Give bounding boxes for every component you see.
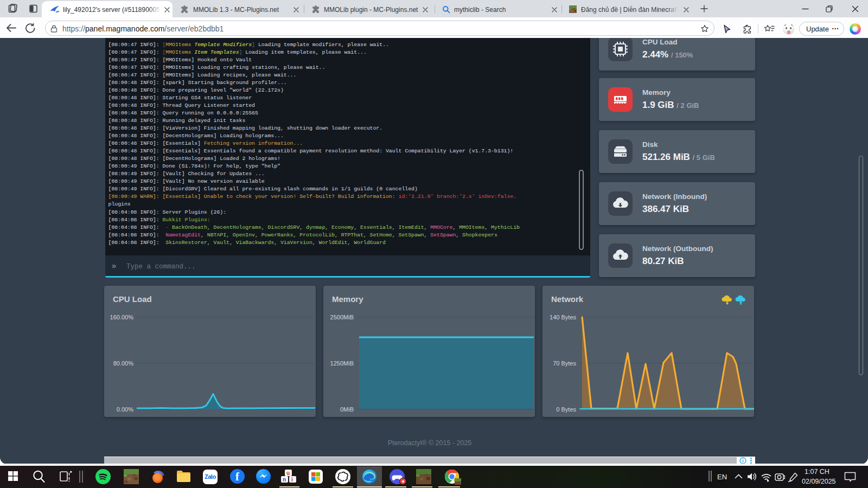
svg-text:i: i <box>291 477 293 483</box>
svg-text:n: n <box>283 477 286 483</box>
svg-text:u: u <box>286 470 290 476</box>
svg-text:0 Bytes: 0 Bytes <box>556 406 576 413</box>
svg-text:2500MiB: 2500MiB <box>330 314 354 320</box>
svg-text:160.00%: 160.00% <box>110 314 134 320</box>
svg-text:0.00%: 0.00% <box>117 406 133 413</box>
svg-text:1250MiB: 1250MiB <box>330 360 354 367</box>
svg-text:0MiB: 0MiB <box>340 406 354 413</box>
svg-text:140 Bytes: 140 Bytes <box>550 314 576 320</box>
svg-text:80.00%: 80.00% <box>113 360 134 367</box>
svg-text:70 Bytes: 70 Bytes <box>553 360 576 367</box>
